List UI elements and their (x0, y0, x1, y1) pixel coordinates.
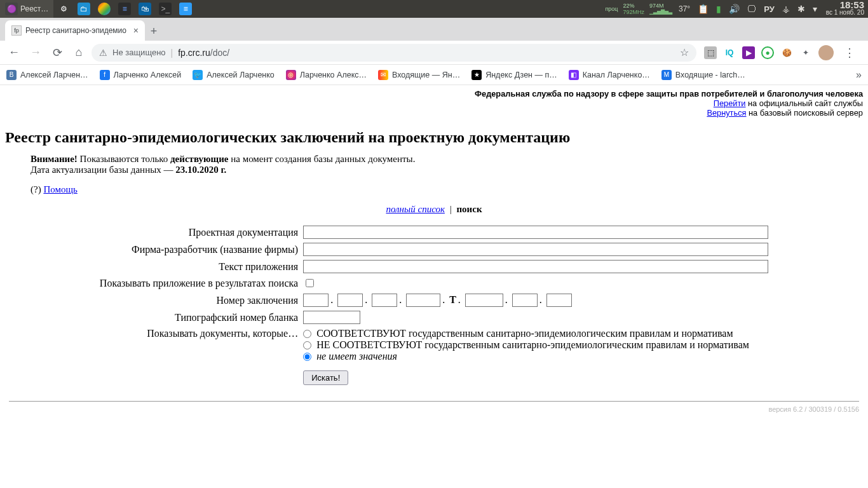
extensions-menu-icon[interactable]: ✦ (799, 46, 812, 59)
clock-time: 18:53 (840, 1, 864, 9)
input-num-6[interactable] (512, 294, 538, 307)
bookmark-item[interactable]: fЛарченко Алексей (100, 70, 182, 80)
input-num-2[interactable] (337, 294, 363, 307)
sys-cpu-stats: 22% 792MHz (622, 3, 646, 15)
bookmark-item[interactable]: 🐦Алексей Ларченко (193, 70, 275, 80)
taskbar-app-settings[interactable]: ⚙ (53, 0, 74, 18)
tab-title: Реестр санитарно-эпидемио (25, 26, 130, 35)
radio-compliant[interactable] (303, 330, 311, 338)
radio-noncompliant[interactable] (303, 341, 311, 349)
bookmarks-overflow-icon[interactable]: » (856, 69, 862, 81)
clock-date: вс 1 нояб. 20 (826, 9, 864, 17)
checkbox-show-app[interactable] (306, 279, 314, 287)
link-help[interactable]: Помощь (43, 184, 77, 194)
taskbar-app-chrome[interactable] (94, 0, 114, 18)
sys-mem: 974M▁▃▅▇▅▃ (648, 3, 674, 15)
help-line: (?) Помощь (31, 184, 863, 195)
bookmark-item[interactable]: MВходящие - larch… (661, 70, 745, 80)
volume-icon[interactable]: 🔊 (726, 4, 742, 14)
page-title: Реестр санитарно-эпидемиологических закл… (5, 129, 863, 146)
input-blank-number[interactable] (303, 311, 360, 324)
taskbar-app-doc[interactable]: ≡ (175, 0, 196, 18)
security-text: Не защищено (112, 48, 166, 57)
nav-reload-button[interactable]: ⟳ (48, 46, 66, 60)
clipboard-icon[interactable]: 📋 (695, 4, 711, 14)
omnibox[interactable]: ⚠ Не защищено | fp.crc.ru/doc/ ☆ (92, 44, 696, 62)
omnibox-divider: | (171, 48, 173, 58)
ext-icon-green[interactable]: ● (761, 46, 774, 59)
input-project-doc[interactable] (303, 226, 768, 239)
taskbar-app-store[interactable]: 🛍 (135, 0, 155, 18)
label-firm: Фирма-разработчик (название фирмы) (97, 241, 301, 258)
input-num-4[interactable] (406, 294, 440, 307)
input-firm[interactable] (303, 243, 768, 256)
submit-search-button[interactable]: Искать! (303, 370, 348, 385)
browser-menu-icon[interactable]: ⋮ (840, 46, 859, 60)
nav-home-button[interactable]: ⌂ (70, 46, 88, 59)
sys-temp: 37° (676, 4, 693, 13)
radio-row-any: не имеет значения (303, 351, 768, 362)
link-back-server[interactable]: Вернуться (707, 108, 746, 118)
bookmark-item[interactable]: BАлексей Ларчен… (6, 70, 88, 80)
db-date: 23.10.2020 г. (175, 165, 226, 175)
label-show-app: Показывать приложение в результатах поис… (97, 275, 301, 292)
omnibox-url: fp.crc.ru/doc/ (178, 48, 229, 58)
link-full-list[interactable]: полный список (386, 204, 444, 214)
bluetooth-icon[interactable]: ✱ (795, 4, 808, 14)
label-number: Номер заключения (97, 292, 301, 309)
back-server-line: Вернуться на базовый поисковый сервер (5, 108, 863, 118)
nav-forward-button[interactable]: → (27, 46, 44, 59)
input-num-7[interactable] (546, 294, 572, 307)
num-T-label: Т (449, 294, 456, 305)
ext-icon-purple[interactable]: ▶ (742, 46, 755, 59)
radio-row-noncompliant: НЕ СООТВЕТСТВУЮТ государственным санитар… (303, 339, 768, 351)
security-warning-icon: ⚠ (99, 48, 107, 58)
chevron-down-icon[interactable]: ▾ (810, 4, 820, 14)
nav-back-button[interactable]: ← (5, 46, 23, 59)
input-num-3[interactable] (372, 294, 397, 307)
bookmarks-bar: BАлексей Ларчен… fЛарченко Алексей 🐦Алек… (0, 65, 868, 85)
ext-icon-1[interactable]: ⬚ (704, 46, 717, 59)
bookmark-item[interactable]: ◧Канал Ларченко… (569, 70, 650, 80)
clock[interactable]: 18:53 вс 1 нояб. 20 (822, 1, 864, 17)
list-mode-links: полный список | поиск (5, 204, 863, 215)
taskbar-app-files[interactable]: 🗀 (74, 0, 94, 18)
display-icon[interactable]: 🖵 (745, 4, 759, 14)
agency-name: Федеральная служба по надзору в сфере за… (5, 89, 863, 98)
official-site-line: Перейти на официальный сайт службы (5, 98, 863, 108)
bookmark-item[interactable]: ★Яндекс Дзен — п… (471, 70, 557, 80)
bookmark-item[interactable]: ◎Ларченко Алекс… (286, 70, 367, 80)
mode-search-active: поиск (456, 204, 482, 214)
radio-any[interactable] (303, 353, 311, 361)
profile-avatar[interactable] (818, 45, 834, 60)
battery-icon[interactable]: ▮ (714, 4, 724, 14)
keyboard-lang[interactable]: РУ (761, 4, 777, 14)
ext-icon-cookie[interactable]: 🍪 (780, 46, 793, 59)
notice-attention: Внимание! (31, 154, 78, 164)
input-app-text[interactable] (303, 260, 768, 273)
tab-favicon: fp (11, 25, 22, 36)
link-official-site[interactable]: Перейти (714, 98, 746, 108)
browser-toolbar: ← → ⟳ ⌂ ⚠ Не защищено | fp.crc.ru/doc/ ☆… (0, 41, 868, 65)
wifi-icon[interactable]: ⚶ (780, 4, 792, 14)
new-tab-button[interactable]: + (145, 25, 163, 41)
label-blank: Типографский номер бланка (97, 309, 301, 326)
ext-icon-iq[interactable]: IQ (723, 46, 736, 59)
window-icon: 🟣 (5, 3, 18, 15)
bookmark-item[interactable]: ✉Входящие — Ян… (378, 70, 460, 80)
browser-tab-active[interactable]: fp Реестр санитарно-эпидемио × (5, 20, 145, 41)
label-project-doc: Проектная документация (97, 224, 301, 241)
input-num-1[interactable] (303, 294, 329, 307)
extension-icons: ⬚ IQ ▶ ● 🍪 ✦ ⋮ (700, 45, 863, 60)
input-num-5[interactable] (465, 294, 503, 307)
taskbar-app-terminal[interactable]: >_ (155, 0, 175, 18)
taskbar-app-editor[interactable]: ≡ (114, 0, 135, 18)
tab-close-icon[interactable]: × (133, 25, 139, 36)
taskbar-active-window[interactable]: 🟣 Реест… (0, 0, 53, 18)
label-app-text: Текст приложения (97, 258, 301, 275)
taskbar-active-title: Реест… (20, 4, 48, 13)
bookmark-star-icon[interactable]: ☆ (680, 46, 689, 58)
label-show-docs: Показывать документы, которые… (97, 326, 301, 364)
browser-tab-strip: fp Реестр санитарно-эпидемио × + (0, 18, 868, 41)
sys-cpu-label: проц (604, 6, 619, 12)
